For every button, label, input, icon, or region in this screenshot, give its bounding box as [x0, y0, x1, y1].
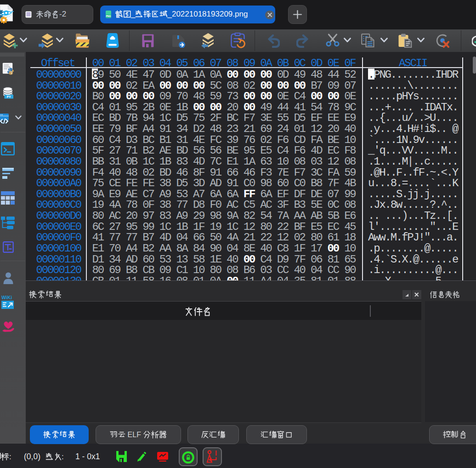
- svg-text:WiKi: WiKi: [1, 295, 12, 300]
- svg-text:PNG: PNG: [106, 15, 111, 17]
